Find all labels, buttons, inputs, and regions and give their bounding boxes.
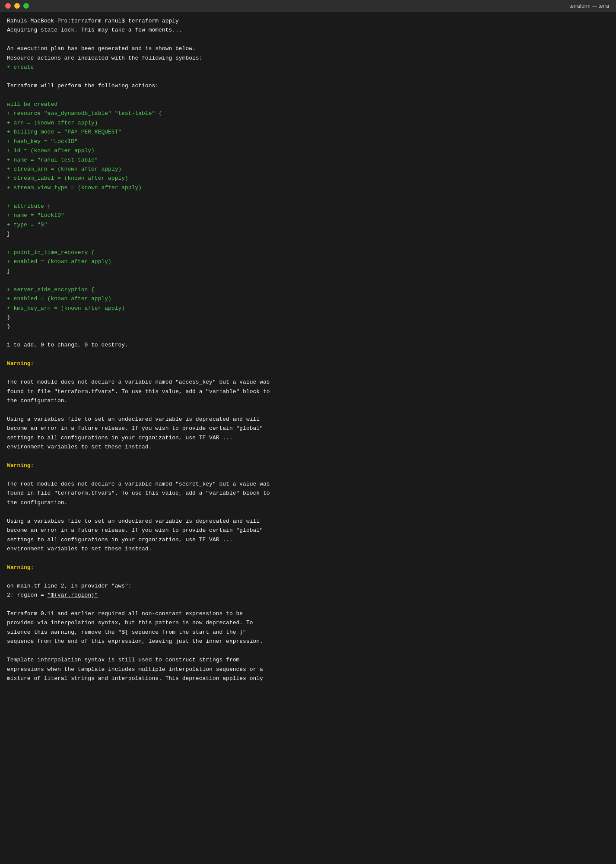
resource-billing-line: + billing_mode = "PAY_PER_REQUEST" xyxy=(7,127,609,137)
warning3-text2: provided via interpolation syntax, but t… xyxy=(7,618,609,627)
summary-line: 1 to add, 0 to change, 0 to destroy. xyxy=(7,340,609,349)
pitr-enabled-line: + enabled = (known after apply) xyxy=(7,257,609,266)
warning3-location: on main.tf line 2, in provider "aws": xyxy=(7,581,609,591)
warning3-linenum: 2: region = "${var.region}" xyxy=(7,591,609,600)
resource-close-line: } xyxy=(7,322,609,331)
warning1-text4: Using a variables file to set an undecla… xyxy=(7,415,609,424)
sse-enabled-line: + enabled = (known after apply) xyxy=(7,294,609,303)
title-bar: terraform — terra xyxy=(0,0,616,12)
warning1-text6: settings to all configurations in your o… xyxy=(7,433,609,442)
resource-streamarn-line: + stream_arn = (known after apply) xyxy=(7,165,609,174)
warning1-label-line: Warning: xyxy=(7,359,609,368)
window-title: terraform — terra xyxy=(569,3,609,9)
terminal-window: Rahuls-MacBook-Pro:terraform rahul$ terr… xyxy=(0,12,616,688)
pitr-header-line: + point_in_time_recovery { xyxy=(7,248,609,257)
resource-header-line: + resource "aws_dynamodb_table" "test-ta… xyxy=(7,109,609,118)
window-controls xyxy=(5,3,29,9)
resource-streamlabel-line: + stream_label = (known after apply) xyxy=(7,174,609,183)
attribute-name-line: + name = "LockID" xyxy=(7,211,609,220)
warning2-text6: settings to all configurations in your o… xyxy=(7,535,609,544)
terraform-action-line: Terraform will perform the following act… xyxy=(7,81,609,90)
warning2-label-line: Warning: xyxy=(7,461,609,470)
warning3-text6: expressions when the template includes m… xyxy=(7,665,609,674)
warning2-text5: become an error in a future release. If … xyxy=(7,526,609,535)
warning3-text3: silence this warning, remove the "${ seq… xyxy=(7,628,609,637)
maximize-button[interactable] xyxy=(23,3,29,9)
terminal-content: Rahuls-MacBook-Pro:terraform rahul$ terr… xyxy=(7,16,609,683)
resource-arn-line: + arn = (known after apply) xyxy=(7,118,609,127)
lock-line: Acquiring state lock. This may take a fe… xyxy=(7,25,609,35)
prompt-line: Rahuls-MacBook-Pro:terraform rahul$ terr… xyxy=(7,16,609,25)
warning1-text1: The root module does not declare a varia… xyxy=(7,378,609,387)
resource-id-line: + id = (known after apply) xyxy=(7,146,609,155)
warning2-text4: Using a variables file to set an undecla… xyxy=(7,517,609,526)
warning2-text1: The root module does not declare a varia… xyxy=(7,480,609,489)
warning3-text5: Template interpolation syntax is still u… xyxy=(7,655,609,664)
warning1-text3: the configuration. xyxy=(7,396,609,405)
plan-line2: Resource actions are indicated with the … xyxy=(7,54,609,63)
resource-hashkey-line: + hash_key = "LockID" xyxy=(7,137,609,146)
warning2-text3: the configuration. xyxy=(7,498,609,507)
sse-header-line: + server_side_encryption { xyxy=(7,285,609,294)
warning2-text7: environment variables to set these inste… xyxy=(7,544,609,553)
warning3-text4: sequence from the end of this expression… xyxy=(7,637,609,646)
warning1-text2: found in file "terraform.tfvars". To use… xyxy=(7,387,609,396)
warning1-text7: environment variables to set these inste… xyxy=(7,442,609,451)
sse-close-line: } xyxy=(7,313,609,322)
close-button[interactable] xyxy=(5,3,11,9)
attribute-header-line: + attribute { xyxy=(7,202,609,211)
create-symbol-line: + create xyxy=(7,63,609,72)
warning3-text1: Terraform 0.11 and earlier required all … xyxy=(7,609,609,618)
warning3-text7: mixture of literal strings and interpola… xyxy=(7,674,609,683)
resource-streamviewtype-line: + stream_view_type = (known after apply) xyxy=(7,183,609,192)
attribute-type-line: + type = "S" xyxy=(7,220,609,229)
warning3-label-line: Warning: xyxy=(7,563,609,572)
resource-name-line: + name = "rahul-test-table" xyxy=(7,156,609,165)
warning2-text2: found in file "terraform.tfvars". To use… xyxy=(7,489,609,498)
warning1-text5: become an error in a future release. If … xyxy=(7,424,609,433)
attribute-close-line: } xyxy=(7,229,609,238)
pitr-close-line: } xyxy=(7,267,609,276)
plan-line1: An execution plan has been generated and… xyxy=(7,44,609,53)
sse-kms-line: + kms_key_arn = (known after apply) xyxy=(7,304,609,313)
minimize-button[interactable] xyxy=(14,3,20,9)
will-be-created-line: will be created xyxy=(7,100,609,109)
